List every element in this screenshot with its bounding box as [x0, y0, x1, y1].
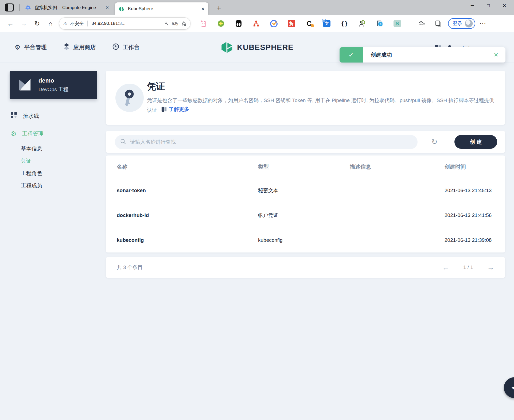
reload-button[interactable]: ↻ — [30, 20, 44, 28]
tab-separator — [19, 4, 20, 11]
nav-workbench[interactable]: 工作台 — [112, 43, 140, 51]
todo-check-extension-icon[interactable] — [270, 20, 278, 28]
favorite-star-icon[interactable] — [181, 21, 186, 26]
key-badge — [115, 84, 144, 112]
refresh-button[interactable]: ↻ — [427, 135, 442, 149]
address-bar[interactable]: ⚠ 不安全 34.92.90.181:3... aあ — [59, 18, 190, 29]
translate-extension-icon[interactable]: 文 A — [323, 20, 331, 28]
project-icon — [17, 77, 32, 93]
pipelines-icon — [11, 112, 18, 120]
new-tab-button[interactable]: ＋ — [214, 3, 223, 13]
green-plus-extension-icon[interactable] — [217, 20, 225, 28]
nav-platform-management[interactable]: ⚙ 平台管理 — [15, 44, 47, 51]
previous-page-icon[interactable]: ← — [442, 263, 449, 272]
cursor-arrow-icon: ➤ — [509, 382, 514, 394]
pagination: ← 1 / 1 → — [442, 263, 494, 272]
credential-name[interactable]: dockerhub-id — [117, 212, 258, 218]
kubesphere-logo-mark — [220, 41, 233, 53]
tab-workspaces-icon[interactable] — [5, 3, 14, 11]
search-input[interactable]: 请输入名称进行查找 — [115, 135, 418, 149]
profile-avatar — [465, 20, 473, 28]
org-chart-extension-icon[interactable] — [252, 20, 260, 28]
column-description: 描述信息 — [350, 163, 445, 170]
learn-more-link[interactable]: 了解更多 — [161, 105, 189, 114]
create-button[interactable]: 创建 — [454, 135, 497, 149]
kubesphere-logo-text: KUBESPHERE — [237, 43, 293, 52]
kubesphere-logo[interactable]: KUBESPHERE — [220, 41, 293, 53]
key-icon — [119, 87, 140, 108]
tab-close-icon[interactable]: ✕ — [201, 6, 205, 11]
sidebar-subitem-basic-info[interactable]: 基本信息 — [21, 143, 97, 154]
translate-icon[interactable]: aあ — [172, 21, 178, 26]
nav-app-store[interactable]: 应用商店 — [63, 43, 96, 52]
search-placeholder: 请输入名称进行查找 — [130, 139, 176, 146]
kubesphere-favicon — [119, 6, 124, 12]
tab-title: KubeSphere — [128, 6, 198, 11]
credentials-table: 名称 类型 描述信息 创建时间 sonar-token 秘密文本 2021-06… — [106, 155, 505, 252]
page-title: 凭证 — [147, 80, 497, 93]
table-footer: 共 3 个条目 ← 1 / 1 → — [106, 257, 505, 278]
credential-type: kubeconfig — [258, 237, 350, 243]
sidebar-subitem-project-members[interactable]: 工程成员 — [21, 180, 97, 191]
key-icon[interactable] — [164, 21, 169, 26]
credential-created: 2021-06-13 21:45:13 — [445, 186, 494, 195]
cat-catch-extension-icon[interactable] — [199, 20, 207, 28]
toast-close-icon[interactable]: ✕ — [494, 52, 499, 59]
project-name: demo — [38, 77, 68, 84]
url-text[interactable]: 34.92.90.181:3... — [91, 21, 162, 26]
table-header: 名称 类型 描述信息 创建时间 — [117, 155, 494, 178]
project-card[interactable]: demo DevOps 工程 — [10, 71, 97, 99]
table-row[interactable]: kubeconfig kubeconfig 2021-06-13 21:39:0… — [117, 228, 494, 252]
sidebar-item-pipelines[interactable]: 流水线 — [11, 110, 97, 122]
toast-message: 创建成功 — [371, 51, 392, 59]
credential-name[interactable]: kubeconfig — [117, 237, 258, 243]
table-row[interactable]: dockerhub-id 帐户凭证 2021-06-13 21:41:56 — [117, 203, 494, 228]
collections-icon[interactable] — [434, 20, 443, 27]
close-window-button[interactable]: ✕ — [496, 0, 512, 11]
table-body: sonar-token 秘密文本 2021-06-13 21:45:13 doc… — [117, 178, 494, 252]
page-description: 凭证是包含了一些敏感数据的对象，如用户名密码，SSH 密钥和 Token 等, … — [147, 96, 497, 114]
forward-button[interactable]: → — [17, 20, 30, 28]
penguin-extension-icon[interactable] — [235, 20, 243, 28]
tab-kubesphere[interactable]: KubeSphere ✕ — [115, 2, 208, 15]
user-search-extension-icon[interactable] — [358, 20, 366, 28]
compute-engine-favicon — [25, 5, 31, 11]
maximize-button[interactable]: □ — [480, 0, 496, 11]
zhe-coupon-extension-icon[interactable]: 折 — [287, 20, 295, 28]
workbench-icon — [112, 43, 119, 51]
page-send-extension-icon[interactable] — [376, 20, 384, 28]
home-button[interactable]: ⌂ — [44, 20, 57, 28]
signin-button[interactable]: 登录 — [448, 18, 475, 29]
kubesphere-nav: ⚙ 平台管理 应用商店 工作台 — [15, 32, 140, 63]
security-warning-icon[interactable]: ⚠ — [63, 21, 67, 26]
favorites-hub-icon[interactable] — [417, 20, 427, 27]
column-name: 名称 — [117, 163, 258, 170]
tab-close-icon[interactable]: ✕ — [106, 5, 109, 10]
sidebar-subitem-credentials[interactable]: 凭证 — [21, 155, 97, 167]
sidebar-item-project-management[interactable]: ⚙ 工程管理 — [11, 127, 97, 140]
json-braces-extension-icon[interactable]: { } — [340, 20, 348, 28]
signin-label: 登录 — [453, 20, 462, 27]
browser-tab-bar: 虚拟机实例 – Compute Engine – ✕ KubeSphere ✕ … — [0, 0, 514, 15]
browser-menu-icon[interactable]: ⋯ — [480, 20, 486, 27]
window-controls: ─ □ ✕ — [464, 0, 512, 11]
back-button[interactable]: ← — [4, 20, 17, 28]
toast-check-icon: ✓ — [340, 47, 363, 63]
clash-extension-icon[interactable]: C — [305, 20, 313, 28]
minimize-button[interactable]: ─ — [464, 0, 480, 11]
floating-helper-button[interactable]: ➤ — [504, 377, 514, 398]
column-type: 类型 — [258, 163, 350, 170]
success-toast: ✓ 创建成功 ✕ — [340, 47, 505, 63]
next-page-icon[interactable]: → — [487, 263, 494, 272]
column-created: 创建时间 — [445, 163, 494, 170]
s-teal-extension-icon[interactable]: S — [393, 20, 401, 28]
credential-type: 帐户凭证 — [258, 212, 350, 219]
table-row[interactable]: sonar-token 秘密文本 2021-06-13 21:45:13 — [117, 178, 494, 203]
credential-name[interactable]: sonar-token — [117, 188, 258, 193]
gear-icon: ⚙ — [15, 44, 21, 51]
credential-created: 2021-06-13 21:41:56 — [445, 211, 494, 220]
gear-icon: ⚙ — [11, 130, 17, 138]
sidebar-subitem-project-roles[interactable]: 工程角色 — [21, 167, 97, 179]
tab-compute-engine[interactable]: 虚拟机实例 – Compute Engine – ✕ — [21, 0, 113, 15]
doc-icon — [161, 106, 167, 112]
